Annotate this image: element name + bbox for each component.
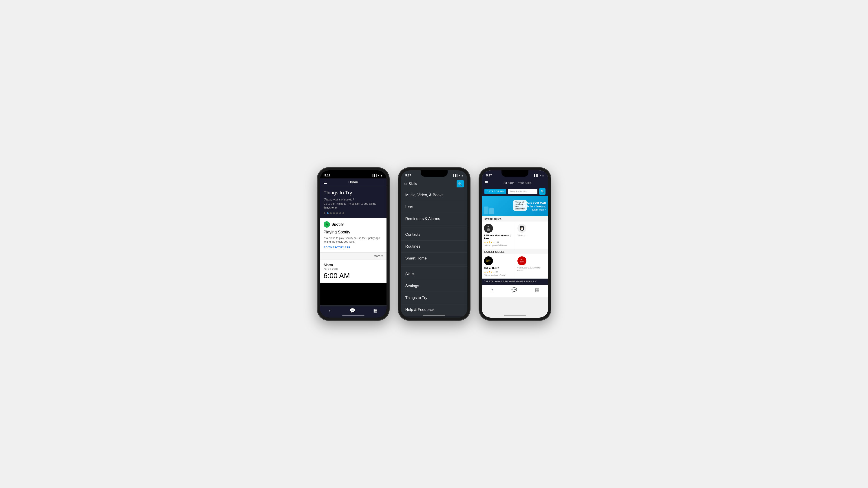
menu-item-music[interactable]: Music, Video, & Books: [401, 189, 467, 201]
search-bar[interactable]: Search all skills: [508, 189, 537, 194]
spotify-link[interactable]: GO TO SPOTIFY APP: [323, 246, 383, 249]
star-2: ★: [486, 241, 488, 243]
home-nav-icon: ⌂: [329, 308, 332, 313]
tab-all-skills[interactable]: All Skills: [503, 181, 514, 185]
more-row[interactable]: More ▾: [320, 252, 386, 259]
dot-1[interactable]: [327, 213, 329, 214]
menu-item-contacts[interactable]: Contacts: [401, 229, 467, 241]
notch-2: [421, 170, 447, 177]
alarm-date: Apr 24, 2018: [323, 267, 383, 270]
cod-text: CALLDUTY: [486, 259, 491, 263]
nav-chat-3[interactable]: 💬: [512, 287, 517, 292]
status-time-2: 5:27: [405, 174, 411, 177]
nav-home-3[interactable]: ⌂: [491, 287, 493, 292]
cod-quote: "Alexa, start call of duty.": [484, 274, 513, 276]
categories-button[interactable]: CATEGORIES: [485, 189, 506, 194]
spotify-card: ♫ Spotify Playing Spotify Ask Alexa to p…: [320, 218, 386, 253]
banner-bubble: "Alexa, tell me about Skill Blueprints.": [513, 200, 527, 211]
battery-icon-3: ▮: [542, 174, 544, 177]
menu-item-skills[interactable]: Skills: [401, 268, 467, 280]
menu-item-things-to-try[interactable]: Things to Try: [401, 292, 467, 304]
menu-header-title: ur Skills: [404, 182, 417, 186]
dot-5[interactable]: [339, 213, 341, 214]
hero-section: Things to Try "Alexa, what can you do?" …: [320, 186, 386, 218]
nav-home[interactable]: ⌂: [329, 308, 332, 313]
alarm-title: Alarm: [323, 263, 383, 267]
skills-header: ☰ All Skills Your Skills: [482, 178, 548, 187]
phone-2: 5:27 ▐▐▐ ▲ ▮ ur Skills 🔍 Music, Vide: [398, 168, 470, 320]
menu-search-btn[interactable]: 🔍: [457, 180, 464, 188]
hero-subtitle: "Alexa, what can you do?": [323, 198, 383, 201]
alarm-time: 6:00 AM: [323, 271, 383, 280]
menu-item-lists[interactable]: Lists: [401, 201, 467, 213]
penguin-svg: [519, 225, 525, 231]
skills-banner[interactable]: "Alexa, tell me about Skill Blueprints."…: [482, 196, 548, 216]
signal-icon: ▐▐▐: [372, 174, 376, 177]
home-indicator-3: [504, 315, 526, 316]
menu-item-smart-home[interactable]: Smart Home: [401, 253, 467, 264]
dot-2[interactable]: [330, 213, 332, 214]
skill-card-penguin[interactable]: "Alexa, s...: [515, 222, 548, 249]
nav-skills-3[interactable]: ▦: [535, 287, 539, 292]
menu-header: ur Skills 🔍: [401, 178, 467, 189]
latest-skills-row: CALLDUTY Call of Duty® ★ ★ ★ ★ ★ 29: [482, 254, 548, 278]
skills-menu-icon[interactable]: ☰: [485, 180, 488, 185]
menu-item-routines[interactable]: Routines: [401, 241, 467, 253]
svg-point-0: [488, 226, 489, 227]
carousel-dots: [323, 213, 383, 214]
tab-your-skills[interactable]: Your Skills: [518, 181, 532, 185]
skills-nav-icon: ▦: [373, 308, 377, 313]
dot-3[interactable]: [333, 213, 335, 214]
menu-icon[interactable]: ☰: [323, 180, 327, 185]
alarm-card: Alarm Apr 24, 2018 6:00 AM: [320, 259, 386, 283]
hero-desc: Go to the Things to Try section to see a…: [323, 202, 383, 210]
spotify-note: ♫: [326, 223, 328, 227]
cod-review-count: 29: [496, 271, 498, 273]
phone-1: 5:28 ▐▐▐ ▲ ▮ ☰ Home Things to Try "Alexa…: [317, 168, 389, 320]
search-placeholder: Search all skills: [509, 190, 527, 193]
battery-icon-2: ▮: [462, 174, 463, 177]
dot-0[interactable]: [323, 213, 326, 214]
usbank-quote: "Alexa, ask U.S. checking acco...: [518, 267, 546, 271]
cod-stars: ★ ★ ★ ★ ★ 29: [484, 271, 513, 273]
home-header: ☰ Home: [320, 178, 386, 186]
menu-item-reminders[interactable]: Reminders & Alarms: [401, 213, 467, 225]
cod-star-4: ★: [491, 271, 493, 273]
skill-card-mindfulness[interactable]: 1-Minute Mindfulness | Peac... ★ ★ ★ ★ ★…: [482, 222, 515, 249]
skill-card-usbank[interactable]: USbank "Alexa, ask U.S. checking acco...: [515, 254, 548, 278]
usbank-icon: USbank: [518, 256, 526, 265]
dot-4[interactable]: [336, 213, 338, 214]
home-indicator-1: [342, 315, 365, 316]
battery-icon: ▮: [381, 174, 382, 177]
chat-nav-icon-3: 💬: [512, 287, 517, 292]
skill-card-cod[interactable]: CALLDUTY Call of Duty® ★ ★ ★ ★ ★ 29: [482, 254, 515, 278]
dot-6[interactable]: [342, 213, 344, 214]
notch-1: [340, 170, 367, 177]
notch-3: [501, 170, 528, 177]
spotify-logo: ♫ Spotify: [323, 221, 383, 228]
staff-picks-label: STAFF PICKS: [482, 216, 548, 222]
search-button[interactable]: 🔍: [539, 188, 546, 195]
more-chevron: ▾: [381, 254, 383, 258]
cod-icon: CALLDUTY: [484, 256, 493, 265]
bottom-cta: "ALEXA, WHAT ARE YOUR GAMES SKILLS?": [482, 279, 548, 285]
menu-item-settings[interactable]: Settings: [401, 280, 467, 292]
cod-star-2: ★: [486, 271, 488, 273]
status-time-1: 5:28: [324, 174, 330, 177]
home-indicator-2: [423, 315, 445, 316]
svg-point-9: [522, 227, 523, 228]
skills-nav-icon-3: ▦: [535, 287, 539, 292]
svg-point-10: [522, 228, 522, 229]
menu-item-help[interactable]: Help & Feedback: [401, 304, 467, 316]
spotify-label: Spotify: [332, 223, 344, 227]
nav-chat[interactable]: 💬: [350, 308, 355, 313]
latest-skills-label: LATEST SKILLS: [482, 249, 548, 254]
svg-point-1: [487, 228, 490, 231]
usbank-text: USbank: [520, 259, 524, 263]
nav-skills[interactable]: ▦: [373, 308, 377, 313]
spotify-card-title: Playing Spotify: [323, 230, 383, 235]
mindfulness-review-count: 154: [496, 241, 499, 243]
skills-tabs: All Skills Your Skills: [490, 181, 546, 185]
signal-icon-3: ▐▐▐: [533, 174, 538, 177]
penguin-icon: [518, 224, 526, 233]
